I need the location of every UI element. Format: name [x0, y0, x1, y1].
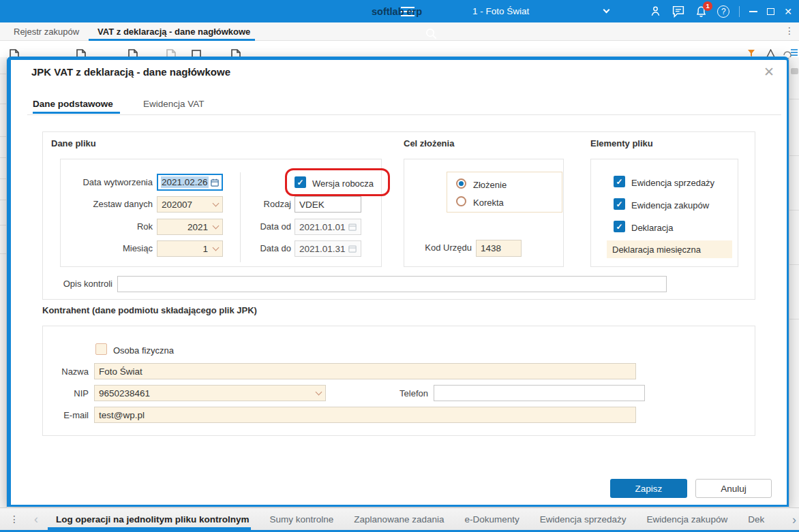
workspace-selector[interactable]: 1 - Foto Świat — [472, 0, 529, 22]
chevron-down-icon — [213, 200, 220, 207]
bottom-tab-ewidencja-sprzedazy[interactable]: Ewidencja sprzedaży — [540, 514, 627, 525]
data-do-field: 2021.01.31 — [295, 240, 361, 257]
bottom-active-tab-underline — [48, 527, 251, 530]
ewidencja-sprzedazy-checkbox[interactable]: ✓ — [614, 176, 625, 187]
bottom-tab-ewidencja-zakupow[interactable]: Ewidencja zakupów — [647, 514, 728, 525]
window-close-button[interactable]: ✕ — [784, 7, 792, 16]
data-od-field: 2021.01.01 — [295, 219, 361, 235]
nazwa-field[interactable]: Foto Świat — [94, 363, 636, 379]
zlozenie-radio[interactable] — [456, 178, 466, 189]
notifications-bell-icon[interactable]: 1 — [695, 5, 708, 18]
email-label: E-mail — [27, 410, 89, 420]
telefon-input[interactable] — [434, 385, 645, 401]
background-left-strip — [0, 57, 7, 507]
header-separator — [739, 6, 740, 17]
calendar-icon — [348, 245, 357, 253]
maximize-button[interactable] — [767, 8, 774, 15]
bottom-tab-deklaracja-truncated[interactable]: Dek — [748, 514, 767, 525]
chevron-left-icon[interactable]: ‹ — [34, 512, 38, 527]
cel-zlozenia-legend: Cel złożenia — [404, 138, 454, 148]
dialog-title: JPK VAT z deklaracją - dane nagłówkowe — [31, 66, 230, 78]
dialog-tab-dane-podstawowe[interactable]: Dane podstawowe — [33, 99, 113, 109]
miesiac-label: Miesiąc — [50, 243, 153, 253]
data-wytworzenia-label: Data wytworzenia — [50, 177, 153, 187]
zlozenie-label: Złożenie — [473, 180, 507, 190]
chat-icon[interactable] — [672, 5, 685, 18]
miesiac-dropdown[interactable]: 1 — [157, 240, 223, 257]
notification-badge: 1 — [703, 1, 712, 11]
app-header-bar: softlab erp 1 - Foto Świat 1 ? ✕ — [0, 0, 799, 22]
dialog-tabs-divider — [27, 114, 781, 115]
email-field[interactable]: test@wp.pl — [94, 407, 636, 423]
zestaw-danych-label: Zestaw danych — [50, 199, 153, 209]
save-button[interactable]: Zapisz — [610, 479, 687, 498]
chevron-down-icon — [213, 223, 220, 230]
rodzaj-label: Rodzaj — [237, 199, 291, 209]
bottom-tab-sumy-kontrolne[interactable]: Sumy kontrolne — [270, 514, 334, 525]
bottom-kebab-icon[interactable]: ⋮ — [10, 514, 19, 525]
dane-pliku-legend: Dane pliku — [51, 138, 96, 148]
ewidencja-zakupow-label: Ewidencja zakupów — [631, 200, 709, 210]
calendar-icon[interactable] — [211, 178, 219, 187]
radio-group-box: Złożenie Korekta — [447, 172, 562, 213]
data-do-label: Data do — [237, 243, 291, 253]
dialog-tab-ewidencja-vat[interactable]: Ewidencja VAT — [143, 99, 205, 109]
opis-kontroli-input[interactable] — [117, 276, 667, 292]
background-scrollbar-strip[interactable] — [789, 57, 799, 507]
rok-label: Rok — [50, 221, 153, 232]
dialog-active-tab-underline — [33, 112, 120, 114]
scrollbar-thumb[interactable] — [791, 68, 798, 74]
rodzaj-field[interactable]: VDEK — [295, 196, 361, 213]
deklaracja-checkbox[interactable]: ✓ — [614, 221, 625, 232]
chevron-right-icon[interactable]: › — [792, 513, 796, 527]
nazwa-label: Nazwa — [27, 366, 89, 377]
ewidencja-sprzedazy-label: Ewidencja sprzedaży — [631, 178, 714, 188]
bottom-tab-e-dokumenty[interactable]: e-Dokumenty — [464, 514, 519, 525]
bottom-tab-bar: ⋮ ‹ Log operacji na jednolitym pliku kon… — [0, 507, 799, 530]
bottom-tab-log-operacji[interactable]: Log operacji na jednolitym pliku kontrol… — [56, 514, 250, 525]
jpk-vat-dialog: JPK VAT z deklaracją - dane nagłówkowe ✕… — [7, 57, 789, 507]
minimize-button[interactable] — [749, 11, 757, 12]
korekta-label: Korekta — [473, 198, 504, 208]
kod-urzedu-label: Kod Urzędu — [397, 242, 472, 253]
data-wytworzenia-field[interactable]: 2021.02.26 — [157, 174, 223, 191]
user-icon[interactable] — [649, 5, 662, 18]
opis-kontroli-label: Opis kontroli — [38, 279, 112, 289]
kontrahent-legend: Kontrahent (dane podmiotu składającego p… — [42, 305, 257, 315]
deklaracja-miesieczna-note: Deklaracja miesięczna — [607, 240, 732, 258]
telefon-label: Telefon — [367, 388, 428, 398]
ewidencja-zakupow-checkbox[interactable]: ✓ — [614, 198, 625, 210]
osoba-fizyczna-label: Osoba fizyczna — [113, 345, 174, 356]
chevron-down-icon — [213, 245, 220, 251]
dialog-close-icon[interactable]: ✕ — [764, 64, 774, 80]
calendar-icon — [348, 223, 357, 231]
rok-dropdown[interactable]: 2021 — [157, 219, 223, 235]
bottom-tab-zaplanowane-zadania[interactable]: Zaplanowane zadania — [354, 514, 444, 525]
help-icon[interactable]: ? — [717, 5, 729, 18]
search-icon[interactable] — [31, 22, 799, 45]
wersja-robocza-label: Wersja robocza — [312, 178, 374, 189]
elementy-pliku-legend: Elementy pliku — [590, 138, 653, 148]
nip-dropdown[interactable]: 9650238461 — [94, 385, 326, 401]
kod-urzedu-field[interactable]: 1438 — [476, 240, 522, 257]
deklaracja-label: Deklaracja — [631, 223, 673, 233]
osoba-fizyczna-checkbox[interactable] — [95, 343, 107, 355]
cancel-button[interactable]: Anuluj — [695, 479, 772, 498]
app-brand: softlab erp — [372, 0, 422, 22]
chevron-down-icon — [316, 389, 322, 396]
wersja-robocza-checkbox[interactable]: ✓ — [295, 176, 306, 188]
korekta-radio[interactable] — [456, 196, 466, 206]
date-value-selected: 2021.02.26 — [161, 176, 209, 188]
zestaw-danych-dropdown[interactable]: 202007 — [157, 196, 223, 213]
data-od-label: Data od — [237, 221, 291, 232]
nip-label: NIP — [27, 388, 89, 398]
